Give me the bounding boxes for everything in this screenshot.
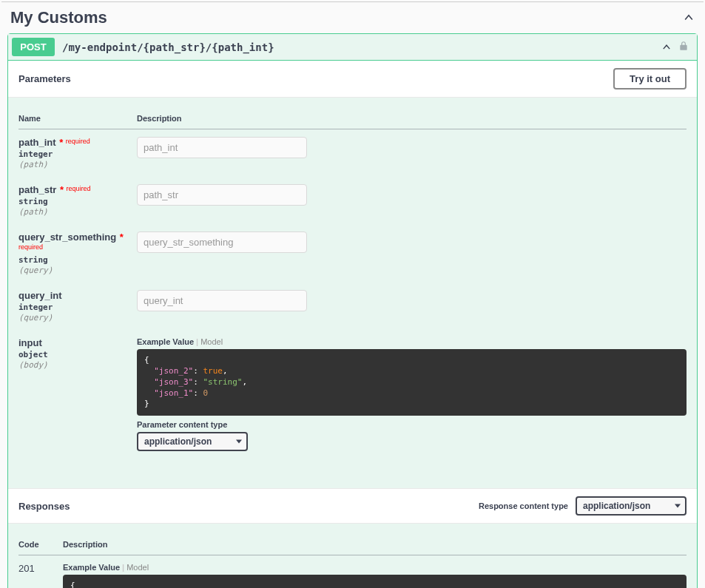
parameters-title: Parameters [18,73,613,84]
param-type: integer [18,303,137,312]
example-value-tab[interactable]: Example Value [63,563,120,572]
response-example[interactable]: { "json": { "json_2": true, "json_3": "s… [63,575,687,588]
param-desc-cell: Example Value|Model{ "json_2": true, "js… [137,330,687,459]
param-name: input [18,337,137,348]
param-content-type-label: Parameter content type [137,420,687,429]
responses-body: Code Description 201Example Value|Model{… [8,524,697,588]
response-desc: Example Value|Model{ "json": { "json_2":… [63,555,687,588]
param-desc-cell [137,283,687,330]
col-description-header: Description [137,108,687,129]
param-name: query_int [18,290,137,301]
param-name: path_str * required [18,184,137,195]
parameters-body: Name Description path_int * requiredinte… [8,98,697,488]
try-it-out-button[interactable]: Try it out [613,68,687,89]
param-desc-cell [137,224,687,283]
parameters-header: Parameters Try it out [8,61,697,98]
method-badge: POST [12,38,55,56]
param-name-cell: query_intinteger(query) [18,283,137,330]
param-row: inputobject(body)Example Value|Model{ "j… [18,330,687,459]
param-name: path_int * required [18,137,137,148]
lock-icon[interactable] [678,41,689,54]
operation-summary[interactable]: POST /my-endpoint/{path_str}/{path_int} [8,34,697,61]
param-type: integer [18,149,137,159]
tag-header[interactable]: My Customs [1,2,704,33]
chevron-up-icon [683,12,695,24]
col-description-header: Description [63,534,687,555]
param-name-cell: query_str_something * requiredstring(que… [18,224,137,283]
example-value-tab[interactable]: Example Value [137,337,194,346]
api-tag-section: My Customs POST /my-endpoint/{path_str}/… [1,1,704,588]
param-row: path_int * requiredinteger(path) [18,129,687,178]
param-input[interactable] [137,290,307,311]
param-name-cell: inputobject(body) [18,330,137,459]
model-tab[interactable]: Model [200,337,223,346]
response-content-type-label: Response content type [479,501,568,510]
body-example[interactable]: { "json_2": true, "json_3": "string", "j… [137,349,687,416]
param-name-cell: path_int * requiredinteger(path) [18,129,137,178]
model-tabs: Example Value|Model [137,337,687,346]
operation-path: /my-endpoint/{path_str}/{path_int} [62,41,661,53]
param-input[interactable] [137,232,307,253]
param-in: (path) [18,207,137,217]
col-name-header: Name [18,108,137,129]
param-in: (body) [18,360,137,370]
param-in: (query) [18,313,137,322]
parameters-table: Name Description path_int * requiredinte… [18,108,687,459]
param-type: string [18,197,137,206]
responses-title: Responses [18,501,479,512]
response-code: 201 [18,555,63,588]
operation-block: POST /my-endpoint/{path_str}/{path_int} … [7,33,698,588]
responses-header: Responses Response content type applicat… [8,488,697,524]
param-input[interactable] [137,184,307,206]
response-row: 201Example Value|Model{ "json": { "json_… [18,555,687,588]
param-in: (path) [18,160,137,169]
param-content-type-select[interactable]: application/json [137,432,248,451]
col-code-header: Code [18,534,63,555]
response-content-type-select[interactable]: application/json [576,496,687,516]
param-type: object [18,350,137,359]
param-type: string [18,255,137,265]
model-tabs: Example Value|Model [63,563,687,572]
responses-table: Code Description 201Example Value|Model{… [18,534,687,588]
param-desc-cell [137,177,687,224]
param-name: query_str_something * required [18,232,137,254]
chevron-up-icon [661,41,672,53]
tag-title: My Customs [10,8,683,27]
param-row: path_str * requiredstring(path) [18,177,687,224]
param-name-cell: path_str * requiredstring(path) [18,177,137,224]
param-row: query_str_something * requiredstring(que… [18,224,687,283]
param-desc-cell [137,129,687,178]
model-tab[interactable]: Model [127,563,149,572]
param-in: (query) [18,266,137,275]
param-input[interactable] [137,137,307,158]
param-row: query_intinteger(query) [18,283,687,330]
